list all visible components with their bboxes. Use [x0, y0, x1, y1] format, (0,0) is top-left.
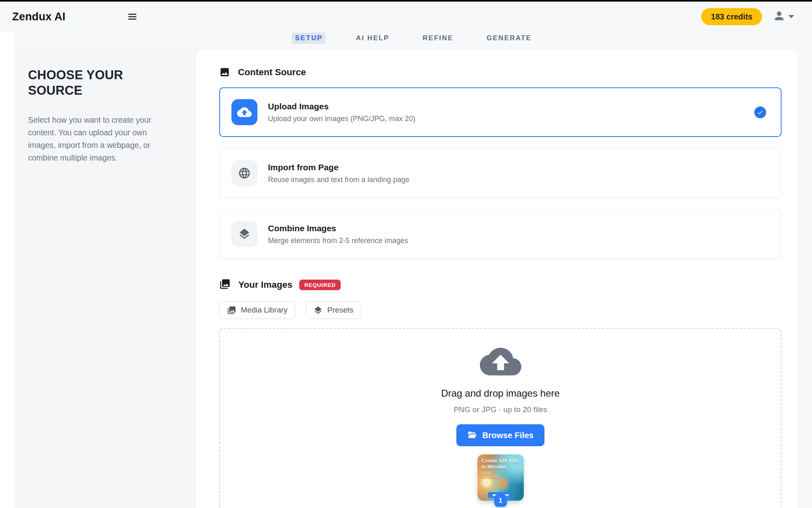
main-area: Content Source Upload Images Upload your… — [196, 49, 812, 508]
sidebar-description: Select how you want to create your conte… — [28, 114, 170, 165]
hamburger-menu-icon[interactable] — [126, 11, 138, 23]
credits-label: 183 credits — [711, 12, 752, 22]
thumbnail-star-rating: ★★★★★ ▪▪▪▪ — [482, 476, 520, 479]
sidebar-title: CHOOSE YOUR SOURCE — [28, 67, 138, 98]
thumbnail-headline-line2: in Minutes. — [482, 464, 520, 470]
option-subtitle: Reuse images and text from a landing pag… — [268, 176, 409, 184]
folder-open-icon — [467, 430, 477, 440]
selected-check-icon — [754, 106, 766, 118]
your-images-title: Your Images — [238, 280, 292, 290]
browse-files-label: Browse Files — [482, 430, 533, 440]
media-library-label: Media Library — [241, 306, 287, 315]
your-images-header: Your Images REQUIRED — [219, 278, 782, 291]
top-bar: Zendux AI 183 credits — [0, 2, 812, 32]
media-library-button[interactable]: Media Library — [219, 301, 295, 319]
uploaded-image-wrap: Create 100 Ads in Minutes. 2 clicks. ★★★… — [477, 454, 524, 501]
dropzone-title: Drag and drop images here — [441, 388, 559, 399]
option-card-upload-images[interactable]: Upload Images Upload your own images (PN… — [219, 87, 782, 137]
credits-badge[interactable]: 183 credits — [701, 8, 762, 25]
option-subtitle: Merge elements from 2-5 reference images — [268, 237, 408, 245]
photo-library-icon — [227, 306, 236, 315]
image-count-badge: 1 — [494, 494, 507, 507]
user-menu[interactable] — [773, 9, 794, 24]
globe-icon — [231, 160, 257, 186]
photo-library-icon — [219, 278, 231, 291]
option-card-import-from-page[interactable]: Import from Page Reuse images and text f… — [219, 148, 782, 198]
layers-icon — [231, 221, 257, 247]
tab-setup[interactable]: SETUP — [292, 33, 326, 44]
sidebar: CHOOSE YOUR SOURCE Select how you want t… — [15, 49, 196, 508]
cloud-upload-icon — [480, 344, 521, 377]
step-tabs: SETUP AI HELP REFINE GENERATE — [0, 32, 812, 49]
thumbnail-subtext: 2 clicks. — [482, 471, 520, 475]
content-source-header: Content Source — [219, 67, 782, 78]
option-title: Import from Page — [268, 163, 409, 172]
tab-refine[interactable]: REFINE — [419, 33, 457, 44]
required-badge: REQUIRED — [299, 280, 341, 290]
presets-label: Presets — [327, 306, 353, 315]
cloud-upload-icon — [231, 99, 257, 125]
option-texts: Combine Images Merge elements from 2-5 r… — [268, 224, 408, 245]
chevron-down-icon — [788, 15, 794, 18]
layers-icon — [313, 306, 323, 315]
left-gutter — [0, 32, 15, 49]
app-logo: Zendux AI — [12, 11, 65, 23]
option-title: Combine Images — [268, 224, 408, 233]
dropzone-subtitle: PNG or JPG - up to 20 files — [454, 405, 547, 414]
tab-ai-help[interactable]: AI HELP — [352, 33, 392, 44]
option-title: Upload Images — [268, 102, 415, 111]
option-subtitle: Upload your own images (PNG/JPG, max 20) — [268, 115, 415, 123]
option-texts: Upload Images Upload your own images (PN… — [268, 102, 415, 123]
content-source-title: Content Source — [238, 67, 306, 78]
browse-files-button[interactable]: Browse Files — [456, 424, 544, 446]
uploaded-image-thumbnail[interactable]: Create 100 Ads in Minutes. 2 clicks. ★★★… — [477, 454, 524, 501]
thumbnail-ad-copy: Create 100 Ads in Minutes. 2 clicks. ★★★… — [482, 458, 520, 479]
main-layout: CHOOSE YOUR SOURCE Select how you want t… — [0, 49, 812, 508]
option-card-combine-images[interactable]: Combine Images Merge elements from 2-5 r… — [219, 209, 782, 259]
left-gutter — [0, 49, 15, 508]
presets-button[interactable]: Presets — [306, 301, 361, 319]
thumbnail-headline-line1: Create 100 Ads — [482, 458, 520, 464]
source-options: Upload Images Upload your own images (PN… — [219, 87, 782, 259]
image-icon — [219, 67, 230, 78]
library-buttons: Media Library Presets — [219, 301, 782, 319]
option-texts: Import from Page Reuse images and text f… — [268, 163, 409, 184]
user-avatar-icon — [773, 9, 786, 24]
upload-dropzone[interactable]: Drag and drop images here PNG or JPG - u… — [219, 328, 782, 508]
tabs-container: SETUP AI HELP REFINE GENERATE — [15, 32, 812, 49]
content-panel: Content Source Upload Images Upload your… — [196, 49, 799, 508]
tab-generate[interactable]: GENERATE — [483, 33, 535, 44]
